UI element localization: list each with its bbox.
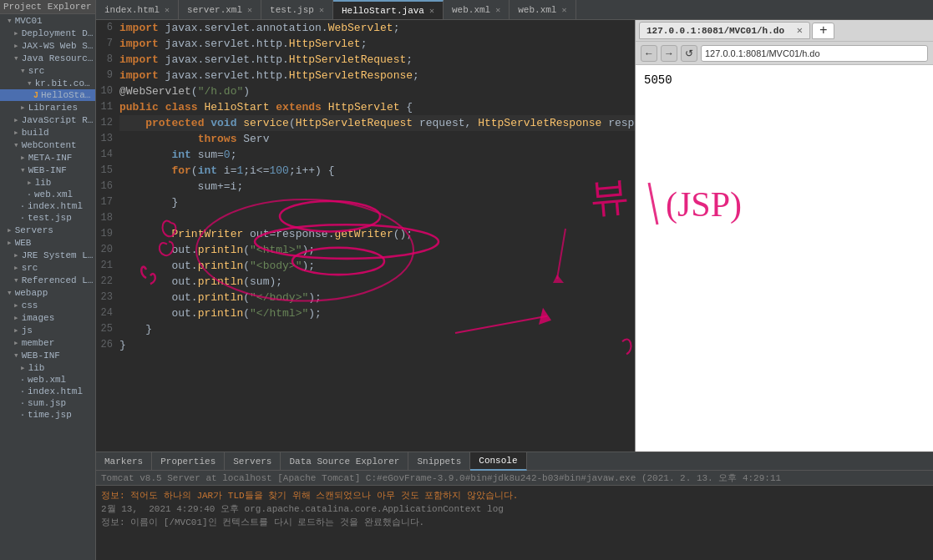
code-line-7: 7import javax.servlet.http.HttpServlet; [96,36,635,52]
editor-tab-tab-hello[interactable]: HelloStart.java✕ [333,0,444,20]
sidebar-item-js[interactable]: js [0,324,95,336]
line-content: @WebServlet("/h.do") [119,83,635,99]
line-number: 11 [96,99,119,115]
sidebar-item-deploy[interactable]: Deployment Descriptor: [0,27,95,39]
sidebar-item-webcontent[interactable]: WebContent [0,139,95,151]
bottom-panel: MarkersPropertiesServersData Source Expl… [96,452,933,560]
sidebar-item-lib[interactable]: lib [0,176,95,189]
sidebar-item-servers[interactable]: Servers [0,224,95,236]
line-number: 24 [96,305,119,321]
line-number: 16 [96,179,119,194]
sidebar-item-ref-libs[interactable]: Referenced Libraries [0,274,95,286]
main-area: index.html✕server.xml✕test.jsp✕HelloStar… [96,0,933,560]
sidebar-item-index-html2[interactable]: ·index.html [0,386,95,397]
sidebar-item-lib2[interactable]: lib [0,361,95,374]
sidebar-tree: MVC01Deployment Descriptor:JAX-WS Web Se… [0,14,95,421]
sidebar-item-index-html[interactable]: ·index.html [0,200,95,212]
editor-tab-tab-index[interactable]: index.html✕ [96,0,179,20]
code-line-23: 23 out.println("</body>"); [96,290,635,305]
sidebar-item-libraries[interactable]: Libraries [0,101,95,114]
sidebar-item-test-jsp[interactable]: ·test.jsp [0,212,95,224]
line-number: 12 [96,115,119,131]
browser-tab-close[interactable]: ✕ [797,25,803,37]
sidebar-item-meta-inf[interactable]: META-INF [0,151,95,164]
bottom-tab-data-source-explorer[interactable]: Data Source Explorer [281,452,408,471]
sidebar-item-src2[interactable]: src [0,261,95,274]
sidebar-item-web-xml2[interactable]: ·web.xml [0,374,95,386]
line-content: out.println("</body>"); [119,290,635,305]
sidebar-item-src[interactable]: src [0,64,95,77]
tab-close[interactable]: ✕ [165,5,170,15]
sidebar-header: Project Explorer [0,0,95,14]
sidebar-item-hellostart[interactable]: JHelloStart.java [0,89,95,101]
sidebar-item-time-jsp[interactable]: ·time.jsp [0,409,95,421]
code-line-21: 21 out.println("<body>"); [96,258,635,274]
sidebar-item-web-xml[interactable]: ·web.xml [0,189,95,200]
line-number: 8 [96,52,119,68]
line-content: out.println(sum); [119,274,635,290]
tab-close[interactable]: ✕ [495,5,500,15]
code-line-6: 6import javax.servlet.annotation.WebServ… [96,20,635,36]
tab-close[interactable]: ✕ [247,5,252,15]
browser-tab-new[interactable]: + [812,23,835,39]
bottom-tab-snippets[interactable]: Snippets [408,452,470,471]
line-content: out.println("<body>"); [119,258,635,274]
line-number: 21 [96,258,119,274]
line-number: 22 [96,274,119,290]
console-output: 정보: 적어도 하나의 JAR가 TLD들을 찾기 위해 스캔되었으나 아무 것… [96,486,933,560]
sidebar-item-web-inf[interactable]: WEB-INF [0,164,95,176]
code-editor: 6import javax.servlet.annotation.WebServ… [96,20,635,452]
line-number: 25 [96,321,119,337]
editor-tab-bar: index.html✕server.xml✕test.jsp✕HelloStar… [96,0,933,20]
browser-forward-button[interactable]: → [661,45,677,62]
sidebar-item-jax[interactable]: JAX-WS Web Services [0,39,95,52]
line-number: 10 [96,83,119,99]
editor-tab-tab-test[interactable]: test.jsp✕ [261,0,333,20]
sidebar-item-js-res[interactable]: JavaScript Resources [0,114,95,126]
sidebar-item-sum-jsp[interactable]: ·sum.jsp [0,397,95,409]
sidebar-item-controller[interactable]: kr.bit.controller [0,77,95,89]
sidebar-item-build[interactable]: build [0,126,95,139]
bottom-tab-servers[interactable]: Servers [225,452,281,471]
editor-tab-tab-server[interactable]: server.xml✕ [179,0,261,20]
sidebar-item-member[interactable]: member [0,336,95,349]
sidebar-item-web-inf2[interactable]: WEB-INF [0,349,95,361]
editor-tab-tab-webxml[interactable]: web.xml✕ [444,0,510,20]
code-line-10: 10@WebServlet("/h.do") [96,83,635,99]
line-content: out.println("<html>"); [119,242,635,258]
code-line-13: 13 throws Serv [96,131,635,147]
line-number: 15 [96,163,119,179]
code-line-15: 15 for(int i=1;i<=100;i++) { [96,163,635,179]
browser-tab-active[interactable]: 127.0.0.1:8081/MVC01/h.do ✕ [639,22,810,39]
sidebar-item-jre[interactable]: JRE System Library [Jav [0,249,95,261]
sidebar-item-mvc01[interactable]: MVC01 [0,14,95,27]
sidebar-item-images[interactable]: images [0,311,95,324]
console-line: 2월 13, 2021 4:29:40 오후 org.apache.catali… [101,502,928,516]
tab-close[interactable]: ✕ [319,5,324,15]
code-line-14: 14 int sum=0; [96,147,635,163]
editor-tab-tab-webxml2[interactable]: web.xml✕ [510,0,576,20]
code-line-18: 18 [96,210,635,226]
browser-url-bar[interactable] [701,45,928,62]
sidebar-item-css[interactable]: css [0,299,95,311]
tab-close[interactable]: ✕ [561,5,566,15]
bottom-tab-console[interactable]: Console [470,452,526,471]
browser-reload-button[interactable]: ↺ [681,45,697,62]
browser-back-button[interactable]: ← [641,45,657,62]
line-content: } [119,194,635,210]
console-line: 정보: 이름이 [/MVC01]인 컨텍스트를 다시 로드하는 것을 완료했습니… [101,516,928,529]
sidebar-item-webapp[interactable]: webapp [0,286,95,299]
sidebar-item-java-res[interactable]: Java Resources [0,52,95,64]
line-number: 7 [96,36,119,52]
line-number: 19 [96,226,119,242]
sidebar-item-web[interactable]: WEB [0,236,95,249]
line-number: 6 [96,20,119,36]
line-content: out.println("</html>"); [119,305,635,321]
line-content: import javax.servlet.annotation.WebServl… [119,20,635,36]
tab-close[interactable]: ✕ [429,6,434,16]
line-content: throws Serv [119,131,635,147]
console-line: 정보: 적어도 하나의 JAR가 TLD들을 찾기 위해 스캔되었으나 아무 것… [101,489,928,502]
bottom-tab-properties[interactable]: Properties [152,452,225,471]
tab-label: web.xml [518,5,556,15]
bottom-tab-markers[interactable]: Markers [96,452,152,471]
